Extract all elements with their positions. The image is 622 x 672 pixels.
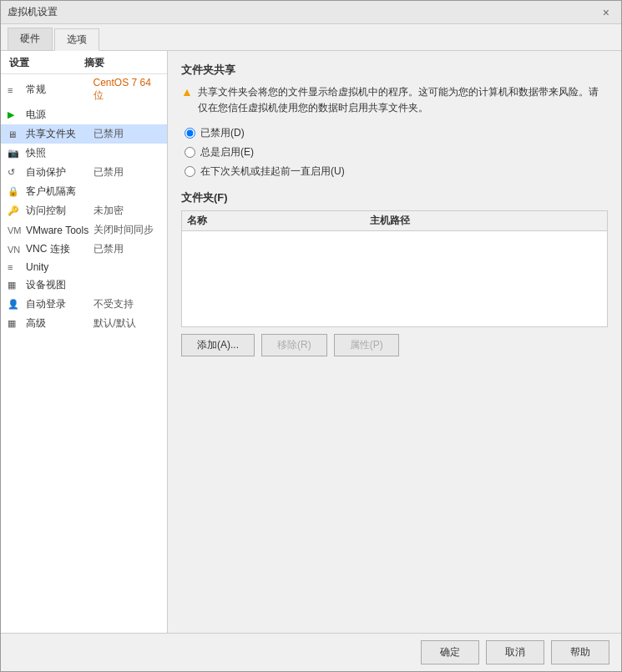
sidebar-item-label-autosave: 自动保护 xyxy=(26,165,94,179)
radio-until-shutdown-input[interactable] xyxy=(185,166,195,177)
folder-section-title: 文件夹(F) xyxy=(181,190,608,205)
radio-always-label: 总是启用(E) xyxy=(200,145,254,159)
tab-hardware[interactable]: 硬件 xyxy=(8,28,53,50)
main-content: 设置 摘要 ≡常规CentOS 7 64 位▶电源🖥共享文件夹已禁用📷快照↺自动… xyxy=(1,51,621,633)
left-panel-header: 设置 摘要 xyxy=(1,51,167,74)
sidebar-item-label-vmtools: VMware Tools xyxy=(26,225,94,236)
col-name: 名称 xyxy=(187,214,370,228)
radio-until-shutdown[interactable]: 在下次关机或挂起前一直启用(U) xyxy=(185,164,608,179)
add-button[interactable]: 添加(A)... xyxy=(181,334,255,356)
autologin-icon: 👤 xyxy=(8,299,26,310)
sidebar-item-autosave[interactable]: ↺自动保护已禁用 xyxy=(1,163,167,182)
sidebar-item-label-advanced: 高级 xyxy=(26,316,94,331)
power-icon: ▶ xyxy=(8,109,26,120)
sidebar-item-snapshot[interactable]: 📷快照 xyxy=(1,144,167,163)
vmtools-icon: VM xyxy=(8,225,26,235)
shared-icon: 🖥 xyxy=(8,129,26,139)
sidebar-item-advanced[interactable]: ▦高级默认/默认 xyxy=(1,314,167,333)
remove-button[interactable]: 移除(R) xyxy=(261,334,327,356)
bottom-bar: 确定 取消 帮助 xyxy=(1,633,621,671)
access-icon: 🔑 xyxy=(8,205,26,216)
radio-always-input[interactable] xyxy=(185,147,195,158)
sidebar-item-summary-vnc: 已禁用 xyxy=(94,242,161,256)
folder-table: 名称 主机路径 xyxy=(181,210,608,327)
sidebar-item-summary-shared: 已禁用 xyxy=(94,127,161,141)
section-title: 文件夹共享 xyxy=(181,63,608,78)
sidebar-item-label-access: 访问控制 xyxy=(26,204,94,218)
radio-always[interactable]: 总是启用(E) xyxy=(185,145,608,159)
summary-col-header: 摘要 xyxy=(84,56,159,70)
isolation-icon: 🔒 xyxy=(8,186,26,197)
sidebar-item-label-autologin: 自动登录 xyxy=(26,297,94,311)
warning-icon: ▲ xyxy=(181,85,193,99)
sidebar-item-summary-autologin: 不受支持 xyxy=(94,297,161,311)
snapshot-icon: 📷 xyxy=(8,148,26,159)
sidebar-item-access[interactable]: 🔑访问控制未加密 xyxy=(1,201,167,220)
close-button[interactable]: × xyxy=(598,4,614,21)
tab-bar: 硬件 选项 xyxy=(1,24,621,51)
radio-disabled-label: 已禁用(D) xyxy=(200,126,245,140)
sidebar-item-summary-advanced: 默认/默认 xyxy=(94,316,161,331)
folder-table-header: 名称 主机路径 xyxy=(182,211,607,231)
sidebar-item-label-power: 电源 xyxy=(26,108,94,122)
sidebar-item-label-devview: 设备视图 xyxy=(26,278,94,292)
radio-disabled[interactable]: 已禁用(D) xyxy=(185,126,608,140)
radio-group: 已禁用(D) 总是启用(E) 在下次关机或挂起前一直启用(U) xyxy=(185,126,608,179)
vnc-icon: VN xyxy=(8,245,26,255)
sidebar-item-label-vnc: VNC 连接 xyxy=(26,242,94,256)
sidebar-item-isolation[interactable]: 🔒客户机隔离 xyxy=(1,182,167,201)
sidebar-item-summary-autosave: 已禁用 xyxy=(94,165,161,179)
sidebar-item-unity[interactable]: ≡Unity xyxy=(1,259,167,275)
sidebar-item-summary-general: CentOS 7 64 位 xyxy=(94,77,161,103)
advanced-icon: ▦ xyxy=(8,318,26,329)
sidebar-item-summary-access: 未加密 xyxy=(94,204,161,218)
confirm-button[interactable]: 确定 xyxy=(421,640,479,664)
tab-options[interactable]: 选项 xyxy=(54,28,99,51)
sidebar-item-label-shared: 共享文件夹 xyxy=(26,127,94,141)
help-button[interactable]: 帮助 xyxy=(551,640,609,664)
window-title: 虚拟机设置 xyxy=(8,5,58,19)
radio-disabled-input[interactable] xyxy=(185,128,195,139)
folder-buttons: 添加(A)... 移除(R) 属性(P) xyxy=(181,334,608,356)
sidebar-item-label-isolation: 客户机隔离 xyxy=(26,184,94,199)
general-icon: ≡ xyxy=(8,85,26,95)
left-panel: 设置 摘要 ≡常规CentOS 7 64 位▶电源🖥共享文件夹已禁用📷快照↺自动… xyxy=(1,51,168,633)
left-items-container: ≡常规CentOS 7 64 位▶电源🖥共享文件夹已禁用📷快照↺自动保护已禁用🔒… xyxy=(1,74,167,333)
main-window: 虚拟机设置 × 硬件 选项 设置 摘要 ≡常规CentOS 7 64 位▶电源🖥… xyxy=(0,0,622,672)
sidebar-item-power[interactable]: ▶电源 xyxy=(1,105,167,124)
sidebar-item-label-snapshot: 快照 xyxy=(26,146,94,160)
cancel-button[interactable]: 取消 xyxy=(486,640,544,664)
title-bar: 虚拟机设置 × xyxy=(1,1,621,24)
right-panel: 文件夹共享 ▲ 共享文件夹会将您的文件显示给虚拟机中的程序。这可能为您的计算机和… xyxy=(168,51,621,633)
col-host-path: 主机路径 xyxy=(370,214,553,228)
sidebar-item-shared[interactable]: 🖥共享文件夹已禁用 xyxy=(1,124,167,144)
properties-button[interactable]: 属性(P) xyxy=(334,334,399,356)
sidebar-item-label-general: 常规 xyxy=(26,83,94,97)
autosave-icon: ↺ xyxy=(8,167,26,178)
folder-table-body xyxy=(182,231,607,315)
sidebar-item-devview[interactable]: ▦设备视图 xyxy=(1,275,167,295)
devview-icon: ▦ xyxy=(8,280,26,291)
sidebar-item-vnc[interactable]: VNVNC 连接已禁用 xyxy=(1,240,167,259)
sidebar-item-summary-vmtools: 关闭时间同步 xyxy=(94,223,161,237)
sidebar-item-general[interactable]: ≡常规CentOS 7 64 位 xyxy=(1,74,167,105)
unity-icon: ≡ xyxy=(8,262,26,272)
sidebar-item-autologin[interactable]: 👤自动登录不受支持 xyxy=(1,295,167,314)
setting-col-header: 设置 xyxy=(9,56,84,70)
warning-box: ▲ 共享文件夹会将您的文件显示给虚拟机中的程序。这可能为您的计算机和数据带来风险… xyxy=(181,84,608,116)
sidebar-item-label-unity: Unity xyxy=(26,261,94,273)
radio-until-shutdown-label: 在下次关机或挂起前一直启用(U) xyxy=(200,164,345,179)
sidebar-item-vmtools[interactable]: VMVMware Tools关闭时间同步 xyxy=(1,220,167,240)
warning-text: 共享文件夹会将您的文件显示给虚拟机中的程序。这可能为您的计算机和数据带来风险。请… xyxy=(198,84,608,116)
